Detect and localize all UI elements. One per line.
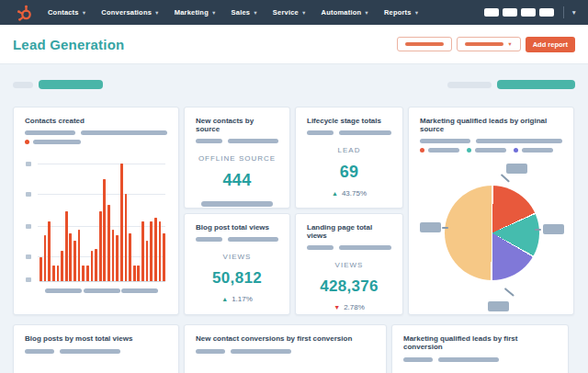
nav-item-reports[interactable]: Reports▼ <box>384 8 419 17</box>
card-subtitle-placeholder <box>403 357 557 362</box>
add-report-button[interactable]: Add report <box>526 37 575 52</box>
chevron-down-icon: ▼ <box>364 10 369 16</box>
card-contacts-created: Contacts created <box>13 107 179 315</box>
nav-item-sales[interactable]: Sales▼ <box>232 8 258 17</box>
chevron-down-icon: ▼ <box>154 10 160 16</box>
bar <box>112 230 115 281</box>
filter-group-left <box>13 80 103 89</box>
dashboard-action-button[interactable] <box>397 37 452 51</box>
bar <box>103 179 106 281</box>
pie-callout-placeholder <box>420 222 441 232</box>
legend-label-placeholder <box>33 140 81 144</box>
card-subtitle-placeholder <box>196 139 278 143</box>
delta-value: 1.17% <box>232 295 253 303</box>
legend-label-placeholder <box>475 148 506 153</box>
filter-placeholder[interactable] <box>39 80 103 89</box>
bar <box>146 241 149 281</box>
bar <box>120 164 123 281</box>
card-title: Landing page total views <box>307 223 391 240</box>
legend-item <box>467 148 506 153</box>
filter-placeholder[interactable] <box>13 82 33 88</box>
nav-item-service[interactable]: Service▼ <box>273 8 307 17</box>
y-tick-placeholder <box>26 224 31 229</box>
bar-chart-bars <box>40 157 165 282</box>
page-header: Lead Generation ▼ Add report <box>0 25 588 64</box>
dashboard-actions-dropdown[interactable]: ▼ <box>457 37 520 51</box>
button-label-placeholder <box>465 42 503 47</box>
legend-item <box>25 140 81 144</box>
pie-chart-area <box>420 162 562 316</box>
bar <box>116 235 119 281</box>
nav-utility-icon[interactable] <box>521 8 536 17</box>
card-subtitle-placeholder <box>196 237 278 242</box>
y-tick-placeholder <box>26 254 31 259</box>
y-tick-placeholder <box>26 162 31 166</box>
delta-up-icon <box>332 190 338 197</box>
nav-utility-icon[interactable] <box>484 8 499 17</box>
bar <box>86 266 89 281</box>
delta-value: 43.75% <box>342 189 367 198</box>
dashboard-filter-row <box>0 64 588 89</box>
pie-callout-placeholder <box>506 164 527 174</box>
bar <box>154 218 157 281</box>
chevron-down-icon: ▼ <box>507 41 512 47</box>
legend-label-placeholder <box>522 148 553 153</box>
metric-delta: 1.17% <box>196 295 278 303</box>
metric-label: LEAD <box>307 146 391 154</box>
metric-label: VIEWS <box>196 253 278 261</box>
nav-item-marketing[interactable]: Marketing▼ <box>175 8 217 17</box>
card-mql-by-first-conversion: Marketing qualified leads by first conve… <box>391 324 569 373</box>
bar <box>91 251 94 281</box>
nav-utility-icon[interactable] <box>539 8 554 17</box>
bar <box>129 233 131 281</box>
bar <box>137 266 140 281</box>
card-subtitle-placeholder <box>307 130 391 135</box>
card-title: Lifecycle stage totals <box>307 117 391 125</box>
nav-item-conversations[interactable]: Conversations▼ <box>101 8 159 17</box>
metric-footer-placeholder <box>201 201 273 207</box>
bar <box>107 205 110 281</box>
metric-value: 50,812 <box>196 269 278 288</box>
metric-value: 69 <box>307 163 391 182</box>
card-subtitle-placeholder <box>25 130 167 135</box>
metric-label: OFFLINE SOURCE <box>196 154 278 163</box>
delta-up-icon <box>221 296 228 302</box>
card-subtitle-placeholder <box>420 139 562 143</box>
top-nav: Contacts▼ Conversations▼ Marketing▼ Sale… <box>0 0 588 25</box>
legend-item <box>514 148 553 153</box>
card-title: New contact conversions by first convers… <box>196 334 375 343</box>
bar <box>74 241 76 281</box>
account-chevron-down-icon[interactable]: ▼ <box>571 9 577 16</box>
header-actions: ▼ Add report <box>397 37 575 52</box>
pie-legend <box>420 148 562 153</box>
card-new-contact-conversions: New contact conversions by first convers… <box>184 324 387 373</box>
bar <box>57 266 60 281</box>
bar <box>65 211 68 281</box>
card-subtitle-placeholder <box>196 349 375 354</box>
pie-callout-line <box>442 227 448 229</box>
chevron-down-icon: ▼ <box>253 10 258 16</box>
filter-placeholder[interactable] <box>447 82 492 88</box>
bar <box>159 221 162 281</box>
bar <box>150 221 153 281</box>
card-blog-posts-by-most-total-views: Blog posts by most total views <box>13 324 179 373</box>
hubspot-logo-icon[interactable] <box>17 5 33 21</box>
filter-group-right <box>447 80 575 89</box>
filter-placeholder[interactable] <box>497 80 575 89</box>
bar <box>61 251 63 281</box>
y-tick-placeholder <box>26 277 31 282</box>
chevron-down-icon: ▼ <box>414 10 420 16</box>
nav-item-automation[interactable]: Automation▼ <box>322 8 369 17</box>
bar <box>133 266 136 281</box>
card-subtitle-placeholder <box>25 349 167 354</box>
card-title: New contacts by source <box>196 117 278 133</box>
nav-utility-icon[interactable] <box>503 8 517 17</box>
bar <box>95 249 97 281</box>
card-title: Marketing qualified leads by original so… <box>420 117 562 133</box>
pie-callout-line <box>504 288 514 297</box>
nav-item-contacts[interactable]: Contacts▼ <box>48 8 86 17</box>
bar <box>69 233 72 281</box>
bar <box>78 230 81 281</box>
nav-divider <box>563 6 564 18</box>
bar <box>48 221 51 281</box>
